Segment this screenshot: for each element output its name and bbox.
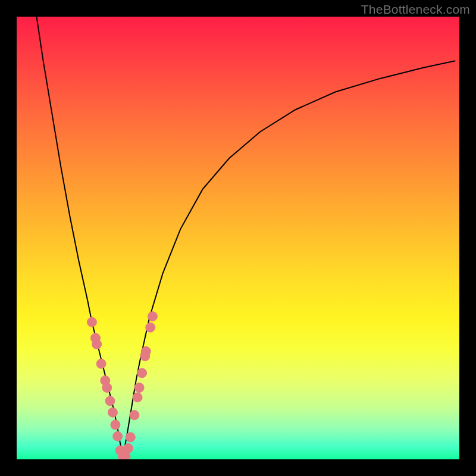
curve-marker [137, 368, 147, 378]
curve-marker [123, 443, 133, 453]
curve-marker [141, 346, 151, 356]
curve-marker [92, 340, 102, 349]
curve-marker [102, 383, 112, 392]
curve-marker [126, 433, 135, 442]
curve-marker [146, 322, 155, 332]
bottleneck-curve-chart [17, 17, 459, 459]
curve-marker [111, 420, 120, 430]
curve-marker [148, 312, 157, 321]
curve-marker [96, 359, 106, 368]
plot-area [17, 17, 459, 459]
curve-right-branch [123, 61, 455, 457]
curve-markers [87, 312, 157, 459]
curve-marker [87, 317, 96, 327]
curve-marker [113, 431, 123, 441]
curve-marker [105, 396, 115, 406]
curve-marker [134, 383, 144, 392]
curve-marker [108, 408, 117, 417]
curve-marker [133, 393, 142, 402]
outer-frame: TheBottleneck.com [0, 0, 476, 476]
curve-marker [130, 411, 139, 420]
watermark-text: TheBottleneck.com [361, 2, 470, 17]
